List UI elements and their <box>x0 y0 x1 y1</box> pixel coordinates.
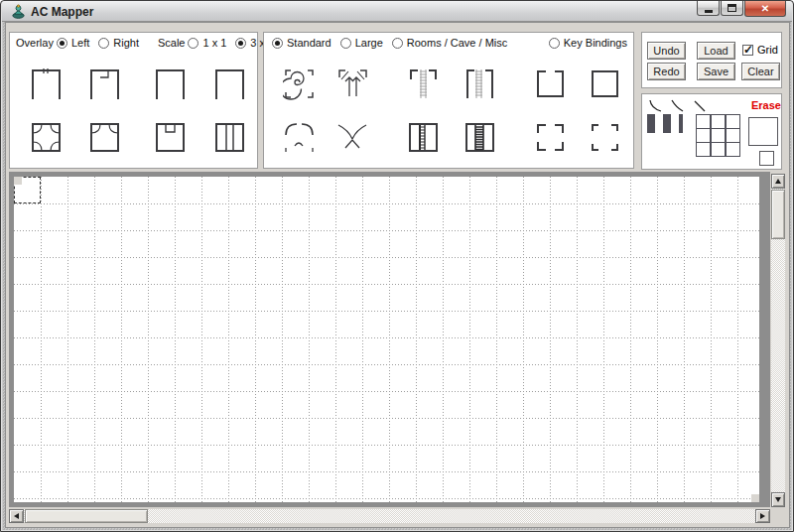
app-window: AC Mapper ✕ Overlay Left Right Scale 1 x… <box>0 0 794 532</box>
brush-column-1x2[interactable] <box>679 115 683 133</box>
radio-overlay-right-icon <box>98 38 109 49</box>
minimize-icon <box>705 10 713 13</box>
horizontal-scroll-thumb[interactable] <box>25 509 148 523</box>
radio-tileset-large-icon <box>340 38 351 49</box>
tile-ladder-faint[interactable] <box>407 67 440 100</box>
brush-cell <box>696 114 711 129</box>
radio-scale-1x1-icon <box>188 38 198 49</box>
brush-cell <box>696 142 711 157</box>
radio-scale-3x3-icon <box>235 38 246 49</box>
close-button[interactable]: ✕ <box>744 1 786 17</box>
radio-tileset-rooms[interactable]: Rooms / Cave / Misc <box>392 37 507 49</box>
arrow-up-icon <box>775 179 781 184</box>
tile-room-door-top[interactable] <box>534 67 567 100</box>
brush-cell <box>711 128 726 143</box>
tile-passage-open-bottom-door[interactable] <box>30 67 63 100</box>
overlay-scale-toolbar: Overlay Left Right Scale 1 x 1 3 x 3 <box>16 37 283 49</box>
canvas-corner-top-left <box>14 177 22 185</box>
erase-area-tool[interactable] <box>748 117 778 146</box>
erase-label: Erase <box>751 99 781 111</box>
tile-room-corner-posts[interactable] <box>589 121 621 154</box>
brush-cell <box>711 142 726 157</box>
tileset-toolbar: Standard Large Rooms / Cave / Misc Key B… <box>272 37 627 49</box>
map-canvas-frame <box>9 172 770 507</box>
canvas-corner-bottom-right <box>751 494 759 502</box>
title-bar[interactable]: AC Mapper ✕ <box>2 1 792 22</box>
radio-tileset-rooms-icon <box>392 38 403 49</box>
scroll-up-button[interactable] <box>771 174 785 189</box>
arrow-down-icon <box>775 497 781 502</box>
arrow-left-icon <box>14 513 19 519</box>
window-title: AC Mapper <box>31 5 93 19</box>
radio-overlay-right[interactable]: Right <box>98 37 139 49</box>
grid-checkbox-icon <box>742 45 753 56</box>
brush-cell <box>696 128 711 143</box>
scroll-left-button[interactable] <box>9 509 24 523</box>
tile-alcove-top[interactable] <box>154 121 187 154</box>
tile-ladder-faint-walled[interactable] <box>463 67 496 100</box>
brush-cell <box>726 128 740 143</box>
panel-passages: Overlay Left Right Scale 1 x 1 3 x 3 <box>9 32 258 169</box>
brush-cell <box>711 114 726 129</box>
tile-room-doors-all-sides[interactable] <box>534 121 567 154</box>
overlay-label: Overlay <box>16 37 54 49</box>
horizontal-scrollbar[interactable] <box>9 509 770 523</box>
tile-passage-open-bottom[interactable] <box>154 67 187 100</box>
panel-actions: Undo Load Grid Redo Save Clear <box>641 32 782 88</box>
app-icon <box>11 4 26 19</box>
radio-overlay-left[interactable]: Left <box>57 37 89 49</box>
tile-passage-open-bottom-corner[interactable] <box>88 67 121 100</box>
radio-scale-1x1[interactable]: 1 x 1 <box>188 37 226 49</box>
line-tool-icon[interactable] <box>692 99 708 113</box>
tile-double-curve-chevron[interactable] <box>336 121 369 154</box>
clear-button[interactable]: Clear <box>741 63 780 80</box>
grid-lines <box>14 177 759 502</box>
radio-tileset-keybindings[interactable]: Key Bindings <box>549 37 627 49</box>
radio-tileset-standard-icon <box>272 38 283 49</box>
brush-cell <box>681 114 683 133</box>
close-icon: ✕ <box>761 4 769 14</box>
curve-tool-2-icon[interactable] <box>670 99 686 113</box>
brush-cell <box>653 114 655 133</box>
arrow-right-icon <box>760 513 765 519</box>
map-canvas[interactable] <box>14 177 759 502</box>
erase-cell-tool[interactable] <box>759 151 774 166</box>
radio-tileset-large[interactable]: Large <box>340 37 383 49</box>
radio-tileset-standard[interactable]: Standard <box>272 37 331 49</box>
tile-ladder-dark[interactable] <box>407 121 440 154</box>
grid-checkbox[interactable]: Grid <box>742 44 778 56</box>
curve-tool-1-icon[interactable] <box>648 99 664 113</box>
tile-spiral-stairs[interactable] <box>283 67 316 100</box>
brush-cell <box>726 114 740 129</box>
scroll-down-button[interactable] <box>771 492 785 507</box>
panel-brushes: Erase <box>641 93 782 170</box>
brush-grid-3x3[interactable] <box>697 115 741 157</box>
tile-room-closed[interactable] <box>589 67 621 100</box>
brush-cell <box>726 142 740 157</box>
load-button[interactable]: Load <box>697 42 735 60</box>
brush-cell <box>669 114 671 133</box>
save-button[interactable]: Save <box>697 63 735 80</box>
maximize-button[interactable] <box>721 1 743 16</box>
tile-stairs-up-arrows[interactable] <box>336 67 369 100</box>
vertical-scrollbar[interactable] <box>771 174 785 507</box>
redo-button[interactable]: Redo <box>647 63 686 80</box>
maximize-icon <box>728 4 736 12</box>
tile-passage-open-bottom-wide[interactable] <box>213 67 246 100</box>
brush-column-1x4-a[interactable] <box>647 115 655 133</box>
scale-label: Scale <box>158 37 186 49</box>
panel-standard: Standard Large Rooms / Cave / Misc Key B… <box>263 32 634 169</box>
tile-ladder-dark-dense[interactable] <box>463 121 496 154</box>
tile-junction-rounded-top[interactable] <box>88 121 121 154</box>
tile-arch-top-chevron[interactable] <box>283 121 316 154</box>
brush-column-1x4-b[interactable] <box>663 115 671 133</box>
tile-junction-rounded-four-way[interactable] <box>30 121 63 154</box>
scroll-right-button[interactable] <box>755 509 770 523</box>
minimize-button[interactable] <box>697 1 720 16</box>
radio-overlay-left-icon <box>57 38 67 49</box>
vertical-scroll-thumb[interactable] <box>771 190 785 239</box>
radio-tileset-keybindings-icon <box>549 38 560 49</box>
undo-button[interactable]: Undo <box>647 42 686 60</box>
tile-corridor-vertical-walls[interactable] <box>213 121 246 154</box>
